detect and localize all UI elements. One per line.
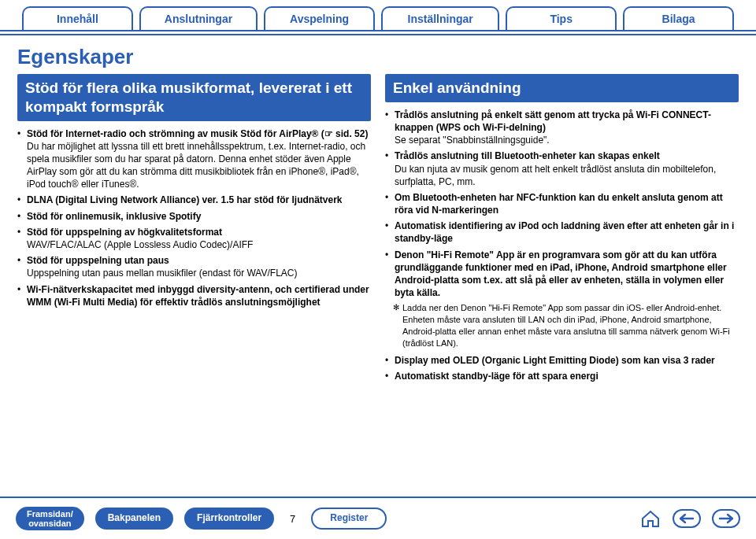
- prev-page-button[interactable]: [673, 509, 701, 528]
- right-bullet-list: Trådlös anslutning på enkelt sätt genom …: [385, 109, 739, 300]
- list-item: Wi-Fi-nätverkskapacitet med inbyggd dive…: [17, 283, 371, 308]
- next-page-button[interactable]: [712, 509, 740, 528]
- tab-bilaga[interactable]: Bilaga: [623, 6, 734, 30]
- nav-divider: [0, 30, 756, 31]
- btn-back-panel[interactable]: Bakpanelen: [95, 508, 173, 529]
- tab-anslutningar[interactable]: Anslutningar: [139, 6, 258, 30]
- list-item: Stöd för uppspelning utan paus Uppspelni…: [17, 254, 371, 279]
- item-lead: Stöd för uppspelning av högkvalitetsform…: [27, 227, 222, 238]
- list-item: Trådlös anslutning på enkelt sätt genom …: [385, 109, 739, 147]
- list-item: Om Bluetooth-enheten har NFC-funktion ka…: [385, 191, 739, 216]
- item-lead: Denon "Hi-Fi Remote" App är en programva…: [395, 249, 727, 299]
- item-lead: Display med OLED (Organic Light Emitting…: [395, 355, 715, 366]
- tab-tips[interactable]: Tips: [506, 6, 617, 30]
- right-bullet-list-2: Display med OLED (Organic Light Emitting…: [385, 354, 739, 382]
- item-lead: Automatiskt standby-läge för att spara e…: [395, 371, 598, 382]
- tab-avspelning[interactable]: Avspelning: [264, 6, 375, 30]
- top-nav: Innehåll Anslutningar Avspelning Inställ…: [0, 0, 756, 30]
- left-bullet-list: Stöd för Internet-radio och strömning av…: [17, 127, 371, 308]
- list-item: Display med OLED (Organic Light Emitting…: [385, 354, 739, 367]
- item-sub: Se separat "Snabbinställningsguide".: [395, 134, 739, 146]
- item-sub: Du har möjlighet att lyssna till ett bre…: [27, 140, 371, 191]
- bottom-bar: Framsidan/ ovansidan Bakpanelen Fjärrkon…: [0, 497, 756, 539]
- item-sub: WAV/FLAC/ALAC (Apple Lossless Audio Code…: [27, 238, 371, 251]
- list-item: Stöd för Internet-radio och strömning av…: [17, 127, 371, 191]
- item-lead: Wi-Fi-nätverkskapacitet med inbyggd dive…: [27, 284, 369, 308]
- list-item: Automatiskt standby-läge för att spara e…: [385, 370, 739, 382]
- home-icon[interactable]: [639, 509, 662, 528]
- list-item: Trådlös anslutning till Bluetooth-enhete…: [385, 150, 739, 188]
- right-panel-heading: Enkel användning: [385, 74, 739, 102]
- list-item: Stöd för onlinemusik, inklusive Spotify: [17, 210, 371, 223]
- body-columns: Stöd för flera olika musikformat, levere…: [0, 74, 756, 386]
- btn-remote[interactable]: Fjärrkontroller: [184, 508, 274, 529]
- nav-divider: [0, 34, 756, 35]
- item-lead: Trådlös anslutning på enkelt sätt genom …: [395, 109, 711, 133]
- list-item: Stöd för uppspelning av högkvalitetsform…: [17, 226, 371, 251]
- page-number: 7: [285, 513, 300, 525]
- left-panel-heading: Stöd för flera olika musikformat, levere…: [17, 74, 371, 121]
- left-column: Stöd för flera olika musikformat, levere…: [17, 74, 371, 386]
- right-column: Enkel användning Trådlös anslutning på e…: [385, 74, 739, 386]
- tab-installningar[interactable]: Inställningar: [381, 6, 499, 30]
- item-lead: Stöd för Internet-radio och strömning av…: [27, 128, 368, 139]
- list-item: Automatisk identifiering av iPod och lad…: [385, 220, 739, 245]
- page-title: Egenskaper: [0, 37, 756, 74]
- item-lead: Trådlös anslutning till Bluetooth-enhete…: [395, 150, 660, 161]
- btn-register[interactable]: Register: [311, 508, 387, 529]
- footnote: Ladda ner den Denon "Hi-Fi Remote" App s…: [385, 302, 739, 349]
- list-item: Denon "Hi-Fi Remote" App är en programva…: [385, 249, 739, 300]
- item-lead: Stöd för onlinemusik, inklusive Spotify: [27, 211, 201, 222]
- item-sub: Du kan njuta av musik genom att helt enk…: [395, 163, 739, 188]
- item-lead: Automatisk identifiering av iPod och lad…: [395, 220, 734, 244]
- list-item: DLNA (Digital Living Network Alliance) v…: [17, 194, 371, 206]
- item-sub: Uppspelning utan paus mellan musikfiler …: [27, 267, 371, 279]
- item-lead: DLNA (Digital Living Network Alliance) v…: [27, 194, 343, 205]
- item-lead: Stöd för uppspelning utan paus: [27, 255, 169, 266]
- btn-front-top[interactable]: Framsidan/ ovansidan: [16, 507, 84, 530]
- item-lead: Om Bluetooth-enheten har NFC-funktion ka…: [395, 192, 723, 216]
- tab-innehall[interactable]: Innehåll: [22, 6, 133, 30]
